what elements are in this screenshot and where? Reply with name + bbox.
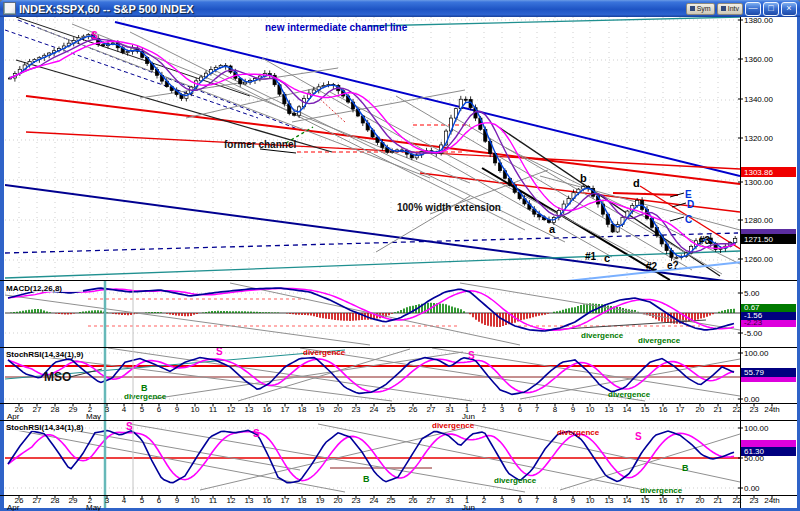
candle-body (611, 224, 614, 232)
annotation: former channel (224, 139, 296, 150)
candle-body (391, 152, 394, 153)
candle-body (293, 114, 296, 116)
time-tick-label: 2 (482, 405, 487, 414)
candle-body (126, 51, 129, 52)
cp-s2-group: SSSdivergencedivergencedivergencediverge… (5, 421, 740, 495)
time-tick-label: 17 (676, 405, 685, 414)
time-tick-label: 18 (298, 405, 307, 414)
time-tick-label: 16 (659, 405, 668, 414)
candle-body (244, 82, 247, 84)
time-tick-label: 22 (733, 405, 742, 414)
time-tick-label: 27 (33, 496, 42, 505)
month-label: Jun (462, 412, 475, 421)
annotation: #2 (646, 261, 658, 272)
time-tick-label: 22 (733, 496, 742, 505)
time-tick-label: 9 (175, 496, 180, 505)
panel-label: MACD(12,26,8) (6, 284, 62, 293)
cp-price-group: new intermediate channel lineformer chan… (5, 17, 742, 292)
time-tick-label: 15 (641, 405, 650, 414)
time-tick-label: 28 (51, 496, 60, 505)
time-tick-label: 20 (334, 496, 343, 505)
time-tick-label: 16 (263, 405, 272, 414)
time-tick-label: 10 (191, 405, 200, 414)
axis-value-badge-text: 61.30 (744, 447, 765, 456)
month-label: May (86, 503, 101, 511)
time-tick-label: 3 (105, 405, 110, 414)
time-tick-label: 23 (750, 405, 759, 414)
axis-value-badge (741, 377, 796, 382)
annotation: divergence (124, 392, 167, 401)
time-tick-label: 18 (298, 496, 307, 505)
time-tick-label: 5 (140, 405, 145, 414)
axis-value-badge-text: 1271.50 (744, 235, 773, 244)
annotation: C (685, 214, 692, 225)
annotation: divergence (640, 486, 683, 495)
axis-label: 1340.00 (744, 95, 773, 104)
time-tick-label: 4 (122, 405, 127, 414)
annotation: B (363, 474, 370, 484)
annotation: #1 (585, 251, 597, 262)
annotation: d (633, 177, 640, 189)
annotation: divergence (608, 390, 651, 399)
chart-area[interactable]: new intermediate channel lineformer chan… (0, 0, 800, 511)
annotation: divergence (557, 428, 600, 437)
annotation: D (687, 199, 694, 210)
time-tick-label: 13 (605, 405, 614, 414)
annotation: S (126, 421, 133, 432)
annotation: c (604, 252, 610, 264)
time-tick-label: 2 (482, 496, 487, 505)
time-tick-label: 15 (641, 496, 650, 505)
time-tick-label: 29 (69, 405, 78, 414)
axis-label: 1300.00 (744, 178, 773, 187)
time-tick-label: 26 (409, 496, 418, 505)
time-tick-label: 26 (409, 405, 418, 414)
annotation: divergence (581, 331, 624, 340)
annotation: #3 (699, 235, 711, 246)
time-tick-label: 16 (659, 496, 668, 505)
axis-label: 1280.00 (744, 216, 773, 225)
annotation: a (549, 223, 556, 235)
annotation: new intermediate channel line (265, 22, 408, 33)
month-label: May (86, 412, 101, 421)
time-tick-label: 25 (387, 496, 396, 505)
annotation: divergence (432, 421, 475, 430)
month-label: Jun (462, 503, 475, 511)
time-tick-label: 17 (676, 496, 685, 505)
time-tick-label: 11 (209, 405, 218, 414)
annotation: b (580, 172, 587, 184)
time-tick-label: 12 (227, 405, 236, 414)
annotation: divergence (638, 336, 681, 345)
time-tick-label: 5 (140, 496, 145, 505)
candle-body (675, 257, 678, 258)
time-tick-label: 6 (157, 405, 162, 414)
time-tick-label: 4 (122, 496, 127, 505)
candle-body (636, 200, 639, 205)
time-tick-label: 23 (352, 405, 361, 414)
axis-label: 1320.00 (744, 134, 773, 143)
axis-label: 100.00 (744, 349, 769, 358)
time-tick-label: 9 (175, 405, 180, 414)
cp-s1-group: MSOSSdivergenceBdivergencedivergence (5, 346, 740, 403)
axis-label: 5.00 (744, 289, 760, 298)
time-tick-label: 7 (535, 496, 540, 505)
time-tick-label: 19 (316, 496, 325, 505)
time-tick-label: 6 (157, 496, 162, 505)
time-tick-label: 20 (334, 405, 343, 414)
time-tick-label: 23 (750, 496, 759, 505)
axis-label: 0.00 (744, 484, 760, 493)
annotation: divergence (303, 348, 346, 357)
annotation: S (91, 30, 98, 41)
time-tick-label: 11 (209, 496, 218, 505)
time-tick-label: 21 (714, 405, 723, 414)
time-tick-label: 3 (105, 496, 110, 505)
candle-body (464, 99, 467, 100)
time-tick-label: 24 (370, 405, 379, 414)
time-tick-label: 21 (714, 496, 723, 505)
time-tick-label: 13 (605, 496, 614, 505)
app-window: INDEX:$SPX,60 -- S&P 500 INDEX Sym Intv … (0, 0, 800, 511)
time-tick-label: 12 (227, 496, 236, 505)
time-tick-label: 17 (281, 405, 290, 414)
time-tick-label: 13 (245, 405, 254, 414)
time-tick-label: 31 (446, 405, 455, 414)
time-tick-label: 13 (245, 496, 254, 505)
